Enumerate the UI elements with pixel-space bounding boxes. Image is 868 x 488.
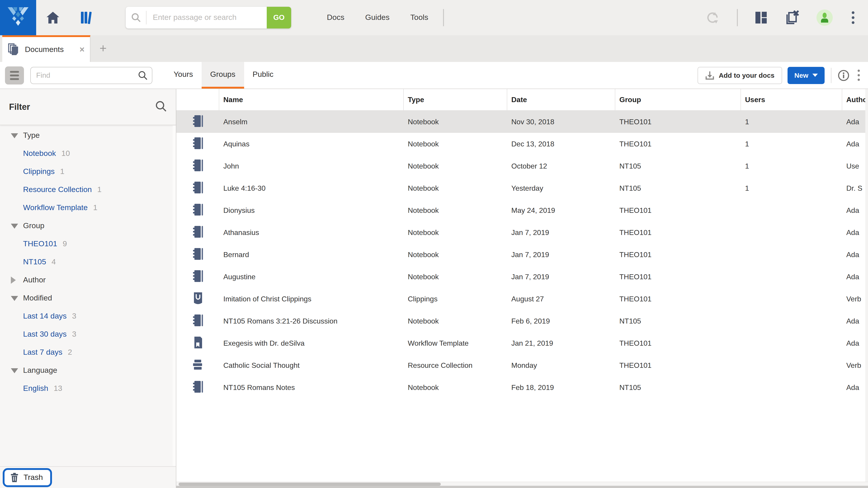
layouts-button[interactable] bbox=[755, 11, 768, 24]
column-header-date[interactable]: Date bbox=[507, 89, 615, 110]
column-header-group[interactable]: Group bbox=[615, 89, 741, 110]
column-header-type[interactable]: Type bbox=[404, 89, 507, 110]
topbar-more-button[interactable] bbox=[850, 9, 856, 26]
find-input[interactable] bbox=[30, 67, 152, 84]
table-row[interactable]: DionysiusNotebookMay 24, 2019THEO101Ada bbox=[176, 199, 868, 221]
filter-item-resource-collection[interactable]: Resource Collection1 bbox=[0, 181, 176, 199]
filter-section-language[interactable]: Language bbox=[0, 361, 176, 380]
table-row[interactable]: Luke 4:16-30NotebookYesterdayNT1051Dr. S bbox=[176, 177, 868, 199]
notebook-icon bbox=[192, 380, 203, 395]
scope-tab-yours[interactable]: Yours bbox=[165, 62, 202, 89]
home-button[interactable] bbox=[36, 0, 70, 35]
filter-item-nt105[interactable]: NT1054 bbox=[0, 253, 176, 271]
table-row[interactable]: AthanasiusNotebookJan 7, 2019THEO101Ada bbox=[176, 221, 868, 243]
filter-search-icon[interactable] bbox=[155, 100, 167, 113]
table-row[interactable]: Exegesis with Dr. deSilvaWorkflow Templa… bbox=[176, 332, 868, 354]
doc-date: Jan 21, 2019 bbox=[507, 339, 615, 347]
filter-item-english[interactable]: English13 bbox=[0, 380, 176, 398]
doc-author: Verb bbox=[842, 295, 868, 303]
filter-item-last-30-days[interactable]: Last 30 days3 bbox=[0, 325, 176, 344]
filter-sidebar: Filter TypeNotebook10Clippings1Resource … bbox=[0, 89, 176, 488]
filter-item-clippings[interactable]: Clippings1 bbox=[0, 163, 176, 181]
scope-tab-public[interactable]: Public bbox=[244, 62, 282, 89]
tab-close-icon[interactable]: × bbox=[80, 44, 85, 55]
tab-documents[interactable]: Documents × bbox=[2, 35, 90, 62]
vertical-scrollbar[interactable] bbox=[865, 89, 868, 482]
new-button[interactable]: New bbox=[787, 67, 825, 84]
filter-item-workflow-template[interactable]: Workflow Template1 bbox=[0, 199, 176, 217]
filter-section-modified[interactable]: Modified bbox=[0, 289, 176, 307]
table-header-icon-spacer bbox=[176, 89, 219, 110]
menu-guides[interactable]: Guides bbox=[355, 0, 400, 35]
trash-icon bbox=[10, 473, 19, 482]
column-header-name[interactable]: Name bbox=[219, 89, 404, 110]
column-header-users[interactable]: Users bbox=[741, 89, 842, 110]
filter-section-group[interactable]: Group bbox=[0, 217, 176, 235]
sync-icon bbox=[705, 10, 720, 25]
doc-group: THEO101 bbox=[615, 228, 741, 236]
add-to-your-docs-button[interactable]: Add to your docs bbox=[698, 67, 782, 84]
doc-users: 1 bbox=[741, 184, 842, 192]
info-button[interactable] bbox=[838, 69, 849, 81]
go-button[interactable]: GO bbox=[267, 7, 291, 29]
table-row[interactable]: Imitation of Christ ClippingsClippingsAu… bbox=[176, 288, 868, 310]
scope-tab-groups[interactable]: Groups bbox=[202, 62, 244, 89]
doc-date: Nov 30, 2018 bbox=[507, 118, 615, 126]
table-row[interactable]: AugustineNotebookJan 7, 2019THEO101Ada bbox=[176, 266, 868, 288]
documents-tab-icon bbox=[8, 43, 20, 56]
filter-item-link[interactable]: Notebook bbox=[23, 149, 56, 158]
filter-item-count: 13 bbox=[54, 384, 62, 393]
row-icon-cell bbox=[176, 115, 219, 129]
tab-strip: Documents × + bbox=[0, 35, 868, 62]
filter-item-theo101[interactable]: THEO1019 bbox=[0, 235, 176, 253]
download-icon bbox=[705, 71, 714, 80]
horizontal-scrollbar-thumb[interactable] bbox=[179, 483, 441, 486]
filter-item-link[interactable]: Resource Collection bbox=[23, 185, 92, 194]
filter-item-link[interactable]: Last 30 days bbox=[23, 330, 67, 339]
doc-date: October 12 bbox=[507, 162, 615, 170]
table-row[interactable]: BernardNotebookJan 7, 2019THEO101Ada bbox=[176, 243, 868, 266]
sync-button[interactable] bbox=[705, 10, 720, 25]
filter-item-link[interactable]: NT105 bbox=[23, 258, 46, 267]
library-icon bbox=[80, 11, 93, 24]
filter-item-notebook[interactable]: Notebook10 bbox=[0, 144, 176, 163]
filter-item-count: 1 bbox=[97, 185, 101, 194]
filter-item-link[interactable]: Clippings bbox=[23, 167, 55, 176]
table-row[interactable]: AnselmNotebookNov 30, 2018THEO1011Ada bbox=[176, 111, 868, 133]
account-avatar[interactable] bbox=[816, 9, 833, 26]
library-button[interactable] bbox=[70, 0, 103, 35]
sidebar-scrollbar[interactable] bbox=[173, 126, 176, 466]
new-tab-button[interactable]: + bbox=[90, 35, 116, 62]
info-icon bbox=[838, 69, 849, 81]
doc-type: Notebook bbox=[404, 118, 507, 126]
doc-group: NT105 bbox=[615, 184, 741, 192]
filter-item-link[interactable]: THEO101 bbox=[23, 239, 57, 249]
table-row[interactable]: JohnNotebookOctober 12NT1051Use bbox=[176, 155, 868, 177]
search-icon bbox=[126, 11, 147, 24]
menu-docs[interactable]: Docs bbox=[316, 0, 355, 35]
column-header-author[interactable]: Author bbox=[842, 89, 868, 110]
filter-item-link[interactable]: Workflow Template bbox=[23, 203, 88, 213]
filter-section-author[interactable]: Author bbox=[0, 271, 176, 289]
table-row[interactable]: AquinasNotebookDec 13, 2018THEO1011Ada bbox=[176, 133, 868, 155]
close-all-panels-button[interactable] bbox=[785, 10, 799, 25]
filter-item-last-14-days[interactable]: Last 14 days3 bbox=[0, 307, 176, 325]
doc-name: Dionysius bbox=[219, 206, 404, 215]
trash-button[interactable]: Trash bbox=[4, 470, 50, 485]
filter-item-link[interactable]: English bbox=[23, 384, 49, 393]
panel-toolbar: YoursGroupsPublic Add to your docs New bbox=[0, 62, 868, 89]
filter-item-link[interactable]: Last 14 days bbox=[23, 312, 67, 321]
doc-author: Ada bbox=[842, 317, 868, 325]
filter-section-type[interactable]: Type bbox=[0, 127, 176, 144]
table-row[interactable]: NT105 Romans NotesNotebookFeb 18, 2019NT… bbox=[176, 377, 868, 398]
table-row[interactable]: NT105 Romans 3:21-26 DiscussionNotebookF… bbox=[176, 310, 868, 332]
search-input[interactable] bbox=[147, 7, 267, 28]
filter-item-last-7-days[interactable]: Last 7 days2 bbox=[0, 344, 176, 361]
menu-tools[interactable]: Tools bbox=[400, 0, 438, 35]
doc-type: Notebook bbox=[404, 273, 507, 281]
table-row[interactable]: Catholic Social ThoughtResource Collecti… bbox=[176, 354, 868, 377]
panel-menu-button[interactable] bbox=[5, 66, 24, 84]
toolbar-more-button[interactable] bbox=[856, 68, 862, 83]
verbum-logo[interactable] bbox=[0, 0, 36, 35]
filter-item-link[interactable]: Last 7 days bbox=[23, 348, 62, 357]
